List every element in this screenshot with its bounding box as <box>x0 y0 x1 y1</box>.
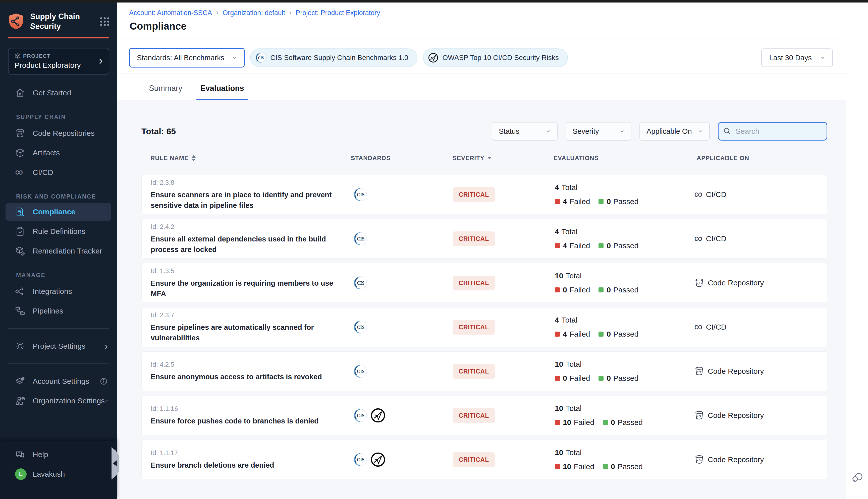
table-row[interactable]: Id: 2.4.2 Ensure all external dependenci… <box>141 219 827 258</box>
failed-indicator <box>555 243 560 248</box>
sidebar-item-artifacts[interactable]: Artifacts <box>0 143 117 163</box>
evaluations-breakdown: 10 Failed 0 Passed <box>555 462 643 471</box>
chevron-down-icon <box>697 128 704 135</box>
chevron-down-icon <box>619 128 625 135</box>
rule-name: Ensure pipelines are automatically scann… <box>151 322 344 343</box>
standard-pill-cis[interactable]: CIS CIS Software Supply Chain Benchmarks… <box>250 48 417 67</box>
severity-cell: CRITICAL <box>453 396 495 435</box>
app-grid-icon[interactable] <box>99 16 110 27</box>
cis-standard-icon: CIS <box>353 320 368 334</box>
rule-id: Id: 4.2.5 <box>151 361 174 368</box>
search-input[interactable] <box>736 127 822 135</box>
sidebar-item-help[interactable]: ? Help <box>0 445 117 464</box>
evaluations-total: 10 Total <box>555 271 582 280</box>
evaluations-total: 4 Total <box>555 228 577 236</box>
standards-dropdown[interactable]: Standards: All Benchmarks <box>129 48 245 68</box>
section-manage: MANAGE <box>16 272 117 279</box>
table-body: Id: 2.3.8 Ensure scanners are in place t… <box>141 175 827 479</box>
evaluations-panel: Total: 65 Status Severity Applicable On <box>117 100 846 499</box>
sidebar-item-rule-definitions[interactable]: Rule Definitions <box>0 222 117 241</box>
status-filter[interactable]: Status <box>492 122 557 141</box>
brand-accent-rule <box>8 37 109 38</box>
rule-name: Ensure all external dependencies used in… <box>151 234 344 255</box>
table-row[interactable]: Id: 2.3.7 Ensure pipelines are automatic… <box>141 307 827 347</box>
severity-cell: CRITICAL <box>453 440 495 479</box>
standard-pill-owasp[interactable]: OWASP Top 10 CI/CD Security Risks <box>423 48 568 67</box>
sidebar-item-integrations[interactable]: Integrations <box>0 282 117 301</box>
standards-cell: CIS <box>353 219 368 258</box>
pipelines-flow-icon <box>15 306 25 316</box>
tab-summary[interactable]: Summary <box>146 74 185 102</box>
rule-id: Id: 2.3.8 <box>151 179 174 186</box>
evaluations-breakdown: 0 Failed 0 Passed <box>555 285 638 294</box>
info-icon[interactable] <box>100 377 108 385</box>
sort-severity-desc-icon[interactable] <box>487 157 492 159</box>
standards-cell: CIS <box>353 440 386 479</box>
project-switcher[interactable]: PROJECT Product Exploratory › <box>8 48 109 75</box>
sidebar-item-project-settings[interactable]: Project Settings › <box>0 336 117 356</box>
brand-title: Supply Chain Security <box>30 12 88 31</box>
rule-cell: Id: 1.3.5 Ensure the organization is req… <box>151 263 344 303</box>
app: Supply Chain Security PROJECT Product Ex… <box>0 0 868 499</box>
table-row[interactable]: Id: 1.1.17 Ensure branch deletions are d… <box>141 440 827 479</box>
evaluations-breakdown: 0 Failed 0 Passed <box>555 374 638 382</box>
rule-cell: Id: 2.4.2 Ensure all external dependenci… <box>151 219 344 258</box>
sidebar-item-cicd[interactable]: ∞ CI/CD <box>0 163 117 182</box>
sidebar-item-account-settings[interactable]: Account Settings <box>0 372 117 391</box>
breadcrumb-organization[interactable]: Organization: default <box>222 9 285 17</box>
header-rule-name: RULE NAME <box>150 155 189 162</box>
sidebar-item-code-repositories[interactable]: </> Code Repositories <box>0 123 117 143</box>
code-repository-icon: </> <box>15 128 25 138</box>
account-layers-icon <box>15 376 25 386</box>
applicable-label: CI/CD <box>706 323 727 331</box>
date-range-dropdown[interactable]: Last 30 Days <box>761 48 833 67</box>
sidebar: Supply Chain Security PROJECT Product Ex… <box>0 2 117 499</box>
info-icon[interactable] <box>105 397 108 405</box>
table-header: RULE NAME STANDARDS SEVERITY EVALUATIONS… <box>141 155 827 165</box>
applicable-label: Code Repository <box>708 411 764 420</box>
evaluations-total: 4 Total <box>555 316 577 324</box>
main-content: Account: Automation-SSCA › Organization:… <box>117 2 868 499</box>
rule-id: Id: 2.4.2 <box>151 223 174 231</box>
project-cube-icon <box>14 53 21 59</box>
integrations-share-icon <box>15 287 25 296</box>
svg-text:?: ? <box>18 452 20 455</box>
sidebar-item-remediation-tracker[interactable]: Remediation Tracker <box>0 241 117 261</box>
section-risk-and-compliance: RISK AND COMPLIANCE <box>16 193 117 200</box>
search-icon <box>723 127 732 135</box>
user-menu[interactable]: L Lavakush <box>0 464 117 484</box>
table-row[interactable]: Id: 1.1.16 Ensure force pushes code to b… <box>141 395 827 435</box>
home-icon <box>15 88 25 98</box>
owasp-icon <box>428 52 438 63</box>
header-severity: SEVERITY <box>453 155 484 162</box>
applicable-cell: </> Code Repository <box>694 263 764 303</box>
sidebar-item-organization-settings[interactable]: Organization Settings <box>0 391 117 411</box>
sidebar-item-compliance[interactable]: Compliance <box>5 203 111 221</box>
cis-standard-icon: CIS <box>353 276 368 290</box>
passed-indicator <box>603 464 608 469</box>
table-row[interactable]: Id: 4.2.5 Ensure anonymous access to art… <box>141 351 827 391</box>
table-row[interactable]: Id: 2.3.8 Ensure scanners are in place t… <box>141 175 827 214</box>
breadcrumb-project[interactable]: Project: Product Exploratory <box>296 9 380 17</box>
user-name: Lavakush <box>33 470 65 478</box>
sidebar-item-get-started[interactable]: Get Started <box>0 83 117 103</box>
severity-cell: CRITICAL <box>453 352 495 391</box>
table-row[interactable]: Id: 1.3.5 Ensure the organization is req… <box>141 263 827 303</box>
sort-rule-name-icon[interactable] <box>192 155 196 161</box>
sidebar-nav: Get Started SUPPLY CHAIN </> Code Reposi… <box>0 83 117 411</box>
support-chat-icon[interactable] <box>851 471 865 485</box>
evaluations-total: 10 Total <box>555 360 582 368</box>
rule-name: Ensure the organization is requiring mem… <box>151 278 344 299</box>
svg-text:</>: </> <box>697 459 702 462</box>
tab-evaluations[interactable]: Evaluations <box>197 74 247 102</box>
severity-filter[interactable]: Severity <box>566 122 631 141</box>
artifacts-cube-icon <box>15 148 25 158</box>
sidebar-item-pipelines[interactable]: Pipelines <box>0 301 117 321</box>
standards-cell: CIS <box>353 396 386 435</box>
applicable-cell: </> Code Repository <box>694 440 764 479</box>
applicable-on-filter[interactable]: Applicable On <box>639 122 710 141</box>
rule-name: Ensure force pushes code to branches is … <box>151 416 319 426</box>
breadcrumb-account[interactable]: Account: Automation-SSCA <box>129 9 212 17</box>
tab-bar: Summary Evaluations <box>117 74 846 102</box>
rule-cell: Id: 1.1.17 Ensure branch deletions are d… <box>151 440 274 479</box>
